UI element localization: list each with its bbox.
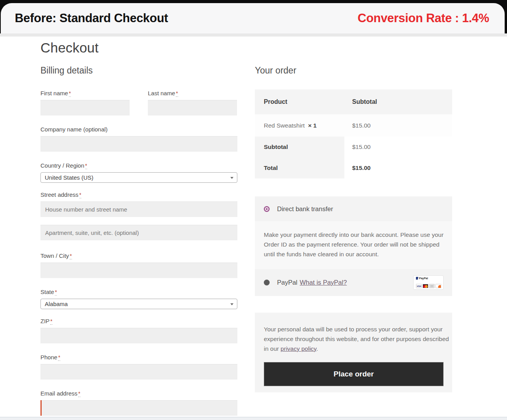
email-field: Email address* bbox=[40, 390, 237, 416]
state-field: State* Alabama bbox=[40, 288, 237, 309]
total-value: $15.00 bbox=[344, 158, 370, 178]
required-asterisk: * bbox=[79, 192, 81, 198]
email-label: Email address* bbox=[40, 390, 237, 397]
order-table-header: Product Subtotal bbox=[255, 89, 452, 114]
payment-option-paypal[interactable]: PayPal What is PayPal? PayPal VISA bbox=[255, 269, 452, 296]
total-row: Total $15.00 bbox=[255, 158, 452, 178]
visa-icon: VISA bbox=[416, 284, 422, 288]
last-name-field: Last name* bbox=[148, 89, 237, 116]
generic-card-icon bbox=[429, 284, 435, 288]
subtotal-label: Subtotal bbox=[255, 136, 344, 158]
page-title: Checkout bbox=[40, 40, 98, 56]
paypal-cards-badge: PayPal VISA bbox=[413, 275, 444, 290]
paypal-label: PayPal bbox=[277, 279, 297, 286]
required-asterisk: * bbox=[70, 253, 72, 259]
first-name-label: First name* bbox=[40, 89, 130, 97]
street-address-field: Street address* bbox=[40, 191, 237, 240]
country-select-value: United States (US) bbox=[45, 174, 93, 181]
paypal-logo: PayPal bbox=[416, 277, 441, 280]
street-address-label: Street address* bbox=[40, 191, 237, 199]
payment-methods: Direct bank transfer Make your payment d… bbox=[255, 196, 452, 296]
country-label: Country / Region* bbox=[40, 162, 237, 170]
privacy-policy-link[interactable]: privacy policy bbox=[281, 345, 316, 352]
last-name-label: Last name* bbox=[148, 89, 237, 97]
state-select[interactable]: Alabama bbox=[40, 299, 237, 309]
city-field: Town / City* bbox=[40, 252, 237, 278]
total-label: Total bbox=[255, 158, 344, 178]
checkout-page: Checkout Billing details First name* Las… bbox=[0, 37, 507, 420]
discover-icon bbox=[435, 284, 441, 288]
order-item-name: Red Sweatshirt × 1 bbox=[255, 122, 352, 129]
banner-title: Before: Standard Checkout bbox=[15, 11, 168, 25]
product-column-header: Product bbox=[255, 98, 352, 105]
bank-transfer-description: Make your payment directly into our bank… bbox=[255, 221, 452, 269]
comparison-banner: Before: Standard Checkout Conversion Rat… bbox=[1, 3, 505, 33]
zip-field: ZIP* bbox=[40, 317, 237, 343]
radio-selected-icon[interactable] bbox=[264, 206, 270, 212]
city-label: Town / City* bbox=[40, 252, 237, 260]
company-field: Company name (optional) bbox=[40, 126, 237, 152]
place-order-panel: Your personal data will be used to proce… bbox=[255, 313, 452, 392]
zip-label: ZIP* bbox=[40, 317, 237, 325]
place-order-button[interactable]: Place order bbox=[264, 362, 444, 386]
first-name-input[interactable] bbox=[40, 100, 130, 116]
subtotal-value: $15.00 bbox=[344, 136, 370, 158]
your-order-section: Your order Product Subtotal Red Sweatshi… bbox=[255, 65, 452, 392]
subtotal-column-header: Subtotal bbox=[352, 98, 377, 105]
privacy-notice: Your personal data will be used to proce… bbox=[264, 324, 450, 354]
state-label: State* bbox=[40, 288, 237, 296]
order-review-table: Product Subtotal Red Sweatshirt × 1 $15.… bbox=[255, 89, 452, 178]
payment-option-bank[interactable]: Direct bank transfer bbox=[255, 196, 452, 221]
required-asterisk: * bbox=[55, 289, 57, 296]
company-label: Company name (optional) bbox=[40, 126, 237, 133]
order-item-subtotal: $15.00 bbox=[352, 122, 370, 129]
name-fields-row: First name* Last name* bbox=[40, 89, 237, 116]
header-divider-band bbox=[0, 33, 507, 37]
phone-input[interactable] bbox=[40, 364, 237, 380]
phone-field: Phone* bbox=[40, 354, 237, 380]
required-asterisk: * bbox=[69, 90, 71, 97]
company-input[interactable] bbox=[40, 136, 237, 152]
required-asterisk: * bbox=[78, 390, 80, 397]
radio-unselected-icon[interactable] bbox=[264, 280, 270, 285]
required-asterisk: * bbox=[50, 318, 52, 325]
required-asterisk: * bbox=[176, 90, 178, 97]
email-input[interactable] bbox=[40, 400, 237, 416]
first-name-field: First name* bbox=[40, 89, 130, 116]
mastercard-icon bbox=[423, 284, 428, 288]
zip-input[interactable] bbox=[40, 328, 237, 343]
state-select-value: Alabama bbox=[45, 301, 68, 307]
chevron-down-icon bbox=[230, 303, 233, 305]
phone-label: Phone* bbox=[40, 354, 237, 361]
billing-details-section: Billing details First name* Last name* C… bbox=[40, 65, 237, 420]
street-address-2-input[interactable] bbox=[40, 225, 237, 240]
bank-transfer-label: Direct bank transfer bbox=[277, 205, 333, 213]
page-bottom-edge bbox=[0, 417, 507, 420]
city-input[interactable] bbox=[40, 262, 237, 278]
paypal-p-icon bbox=[416, 277, 418, 280]
required-asterisk: * bbox=[58, 354, 60, 361]
order-item-qty: × 1 bbox=[308, 122, 317, 129]
order-heading: Your order bbox=[255, 65, 452, 76]
what-is-paypal-link[interactable]: What is PayPal? bbox=[300, 279, 347, 286]
billing-heading: Billing details bbox=[40, 65, 237, 76]
subtotal-row: Subtotal $15.00 bbox=[255, 136, 452, 158]
last-name-input[interactable] bbox=[148, 100, 237, 116]
required-asterisk: * bbox=[85, 163, 87, 169]
conversion-rate-label: Conversion Rate : 1.4% bbox=[358, 11, 489, 25]
chevron-down-icon bbox=[230, 177, 233, 179]
country-select[interactable]: United States (US) bbox=[40, 172, 237, 183]
country-field: Country / Region* United States (US) bbox=[40, 162, 237, 183]
order-item-row: Red Sweatshirt × 1 $15.00 bbox=[255, 114, 452, 136]
street-address-input[interactable] bbox=[40, 201, 237, 217]
